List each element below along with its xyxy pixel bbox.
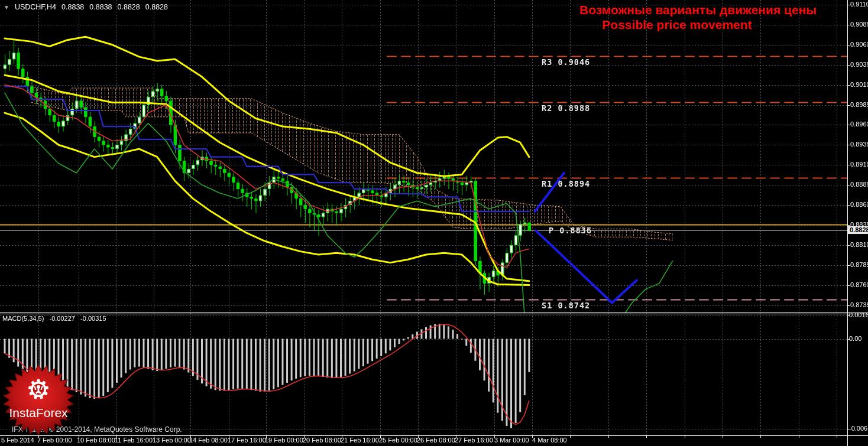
symbol-period: USDCHF,H4 — [15, 3, 56, 11]
price-tick-label: 0.8810 — [850, 241, 868, 248]
macd-indicator-label: MACD(5,34,5) -0.00227 -0.00315 — [2, 315, 106, 322]
price-tick-label: 0.8760 — [850, 281, 868, 288]
time-tick-label: 14 Feb 08:00 — [189, 437, 228, 444]
price-tick-label: 0.8935 — [850, 141, 868, 148]
pivot-label-r2: R2 0.8988 — [542, 103, 590, 113]
price-tick-label: 0.8885 — [850, 181, 868, 188]
quote-header: ▼ USDCHF,H4 0.8838 0.8838 0.8828 0.8828 — [4, 3, 168, 11]
price-tick-label: 0.9110 — [850, 1, 868, 8]
chart-canvas[interactable] — [0, 0, 868, 446]
time-tick-label: 20 Feb 08:00 — [303, 437, 341, 444]
time-tick-label: 3 Mar 00:00 — [494, 437, 529, 444]
time-tick-label: 10 Feb 08:00 — [77, 437, 115, 444]
collapse-triangle-icon[interactable]: ▼ — [4, 4, 9, 11]
pivot-label-s1: S1 0.8742 — [542, 301, 590, 310]
starburst-shape — [3, 364, 73, 435]
current-price-tag: 0.8828 — [848, 226, 868, 234]
macd-value-2: -0.00315 — [80, 315, 106, 322]
macd-tick-label: 0.00 — [849, 335, 861, 342]
pivot-label-r3: R3 0.9046 — [542, 57, 590, 67]
logo-text: InstaForex — [9, 406, 68, 419]
price-tick-label: 0.9035 — [850, 61, 868, 68]
annotation-line-en: Possible price movement — [579, 17, 775, 32]
quote-high: 0.8838 — [89, 3, 112, 11]
time-tick-label: 17 Feb 16:00 — [228, 437, 266, 444]
time-tick-label: 25 Feb 00:00 — [379, 437, 417, 444]
time-tick-label: 26 Feb 08:00 — [417, 437, 455, 444]
macd-value-1: -0.00227 — [49, 315, 75, 322]
price-tick-label: 0.8985 — [850, 101, 868, 108]
price-tick-label: 0.8910 — [850, 161, 868, 168]
quote-close: 0.8828 — [145, 3, 168, 11]
macd-tick-label: -0.00615 — [849, 425, 868, 432]
price-tick-label: 0.9010 — [850, 81, 868, 88]
macd-tick-label: 0.0016 — [849, 311, 868, 318]
trading-chart-window: ▼ USDCHF,H4 0.8838 0.8838 0.8828 0.8828 … — [0, 0, 868, 446]
time-tick-label: 13 Feb 00:00 — [153, 437, 191, 444]
time-tick-label: 21 Feb 16:00 — [341, 437, 379, 444]
pivot-label-r1: R1 0.8894 — [542, 179, 590, 188]
price-tick-label: 0.9085 — [850, 21, 868, 28]
price-tick-label: 0.8860 — [850, 201, 868, 208]
time-tick-label: 27 Feb 16:00 — [455, 437, 493, 444]
time-tick-label: 19 Feb 00:00 — [265, 437, 303, 444]
price-tick-label: 0.8735 — [850, 301, 868, 308]
price-tick-label: 0.8785 — [850, 261, 868, 268]
time-tick-label: 11 Feb 16:00 — [115, 437, 153, 444]
instaforex-logo[interactable]: InstaForex — [2, 362, 75, 438]
time-tick-label: 4 Mar 08:00 — [532, 437, 567, 444]
pivot-label-p: P 0.8836 — [549, 226, 592, 235]
annotation-line-ru: Возможные варианты движения цены — [579, 2, 775, 17]
quote-open: 0.8838 — [61, 3, 84, 11]
price-movement-annotation: Возможные варианты движения цены Possibl… — [579, 2, 775, 32]
quote-low: 0.8828 — [118, 3, 140, 11]
price-tick-label: 0.9060 — [850, 41, 868, 48]
price-tick-label: 0.8960 — [850, 121, 868, 128]
